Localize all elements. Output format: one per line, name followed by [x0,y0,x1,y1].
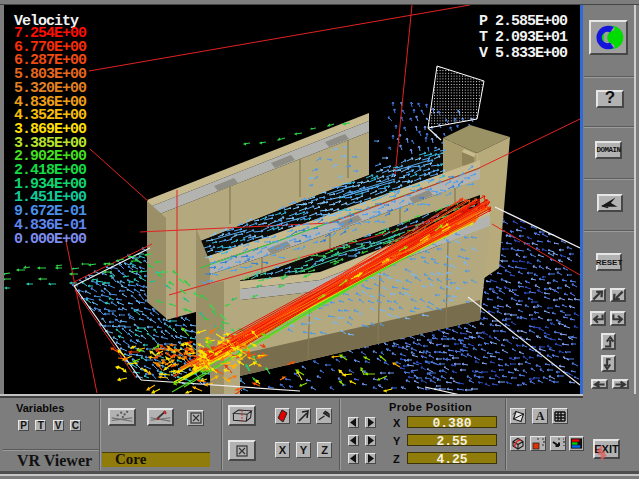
svg-text:0.000E+00: 0.000E+00 [14,231,87,248]
svg-text:V 5.833E+00: V 5.833E+00 [479,45,568,62]
svg-text:P 2.585E+00: P 2.585E+00 [479,13,568,30]
svg-text:T 2.093E+01: T 2.093E+01 [479,29,568,46]
